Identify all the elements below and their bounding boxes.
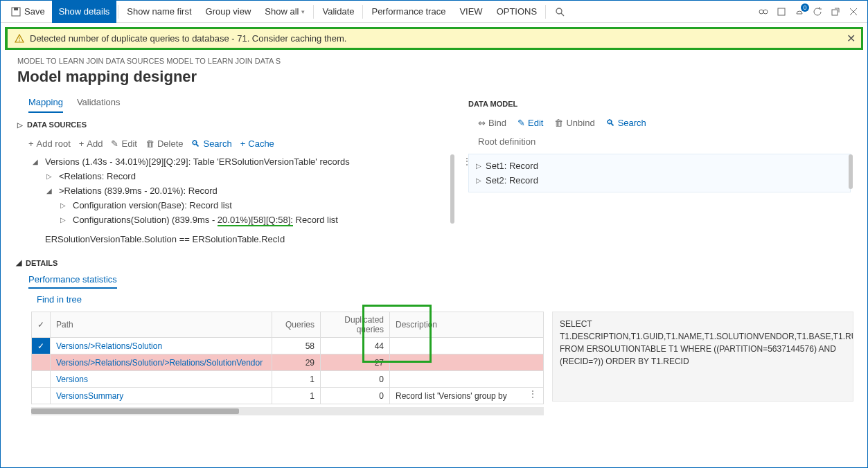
col-queries[interactable]: Queries (272, 312, 321, 338)
show-name-first-button[interactable]: Show name first (120, 1, 198, 23)
cell-path[interactable]: VersionsSummary (51, 388, 272, 404)
dm-search-button[interactable]: 🔍︎Search (606, 118, 646, 128)
view-menu[interactable]: VIEW (452, 1, 489, 23)
table-row[interactable]: Versions/>Relations/Solution/>Relations/… (32, 354, 544, 371)
row-checkbox[interactable] (32, 354, 51, 371)
horizontal-scrollbar[interactable] (31, 407, 544, 415)
checkbox-header[interactable]: ✓ (32, 312, 51, 338)
svg-rect-1 (14, 8, 18, 10)
warning-bar: Detected number of duplicate queries to … (5, 27, 863, 50)
tree-label: Versions (1.43s - 34.01%)[29][Q:29]: Tab… (45, 156, 350, 167)
cell-queries: 1 (272, 388, 321, 404)
dm-tree-label: Set1: Record (486, 161, 538, 171)
collapse-icon: ◢ (16, 258, 21, 267)
tree-row[interactable]: ◢>Relations (839.9ms - 20.01%): Record (33, 183, 449, 198)
delete-button[interactable]: 🗑Delete (145, 138, 184, 149)
cell-path[interactable]: Versions (51, 371, 272, 388)
expand-icon[interactable]: ▷ (476, 177, 481, 184)
add-button[interactable]: +Add (79, 138, 103, 149)
cell-queries: 29 (272, 354, 321, 371)
col-description[interactable]: Description (390, 312, 544, 338)
delete-label: Delete (157, 138, 184, 149)
cell-desc (390, 371, 544, 388)
link-icon[interactable] (758, 6, 769, 17)
edit-button[interactable]: ✎Edit (111, 138, 136, 149)
col-path[interactable]: Path (51, 312, 272, 338)
data-model-tree: ⋮ ▷Set1: Record ▷Set2: Record (468, 154, 851, 192)
search-button[interactable]: 🔍︎Search (191, 138, 231, 149)
warning-close-button[interactable]: ✕ (847, 32, 856, 45)
save-button[interactable]: Save (3, 1, 52, 23)
dm-edit-button[interactable]: ✎Edit (517, 118, 543, 128)
pencil-icon: ✎ (111, 138, 118, 149)
tree-row[interactable]: ▷<Relations: Record (33, 169, 449, 183)
validate-button[interactable]: Validate (315, 1, 361, 23)
pencil-icon: ✎ (517, 118, 525, 128)
office-icon[interactable] (776, 6, 787, 17)
show-all-button[interactable]: Show all▾ (258, 1, 312, 23)
bind-button[interactable]: ⇔Bind (478, 118, 506, 128)
cell-queries: 1 (272, 371, 321, 388)
perf-trace-button[interactable]: Performance trace (364, 1, 452, 23)
more-icon[interactable]: ⋮ (528, 391, 538, 397)
options-menu[interactable]: OPTIONS (490, 1, 544, 23)
table-row[interactable]: Versions 1 0 (32, 371, 544, 388)
tab-mapping[interactable]: Mapping (28, 93, 63, 113)
warning-icon (15, 34, 24, 44)
refresh-icon[interactable] (812, 6, 823, 17)
popout-icon[interactable] (830, 6, 841, 17)
row-checkbox[interactable] (32, 371, 51, 388)
tab-perf-stats[interactable]: Performance statistics (28, 271, 117, 289)
cell-desc (390, 338, 544, 354)
tree-label: <Relations: Record (59, 171, 136, 181)
expand-icon[interactable]: ▷ (46, 172, 55, 180)
table-row[interactable]: ✓ Versions/>Relations/Solution 58 44 (32, 338, 544, 354)
expand-icon[interactable]: ▷ (476, 162, 481, 170)
group-view-label: Group view (206, 6, 251, 17)
details-header[interactable]: ◢ DETAILS (1, 251, 867, 270)
group-view-button[interactable]: Group view (199, 1, 258, 23)
perf-tabs: Performance statistics (1, 270, 867, 287)
root-definition: Root definition (468, 134, 851, 154)
show-details-button[interactable]: Show details (52, 1, 117, 23)
cell-queries: 58 (272, 338, 321, 354)
plus-icon: + (240, 138, 246, 149)
cell-path[interactable]: Versions/>Relations/Solution/>Relations/… (51, 354, 272, 371)
data-model-header: DATA MODEL (468, 93, 851, 115)
toolbar: Save Show details Show name first Group … (1, 1, 867, 23)
expand-icon[interactable]: ▷ (60, 216, 69, 224)
search-toolbar-button[interactable] (547, 1, 572, 23)
collapse-icon[interactable]: ◢ (46, 187, 55, 195)
save-icon (10, 6, 21, 17)
dm-tree-row[interactable]: ▷Set2: Record (476, 173, 843, 188)
tree-row[interactable]: ▷Configurations(Solution) (839.9ms - 20.… (33, 213, 449, 227)
row-checkbox[interactable]: ✓ (32, 338, 51, 354)
dm-tree-label: Set2: Record (486, 175, 538, 186)
table-header-row: ✓ Path Queries Duplicated queries Descri… (32, 312, 544, 338)
add-label: Add (87, 138, 103, 149)
find-in-tree-link[interactable]: Find in tree (1, 287, 867, 312)
tab-validations[interactable]: Validations (77, 93, 121, 113)
close-icon[interactable] (848, 6, 859, 17)
vertical-scrollbar[interactable] (450, 154, 454, 224)
unbind-button[interactable]: 🗑Unbind (554, 118, 594, 128)
cache-button[interactable]: +Cache (240, 138, 274, 149)
row-checkbox[interactable] (32, 388, 51, 404)
vertical-scrollbar[interactable] (849, 154, 853, 189)
expand-icon[interactable]: ▷ (60, 201, 69, 209)
chevron-down-icon: ▾ (301, 8, 305, 15)
col-duplicated[interactable]: Duplicated queries (321, 312, 390, 338)
add-root-button[interactable]: +Add root (28, 138, 71, 149)
drag-handle-icon[interactable]: ⋮ (462, 159, 472, 164)
table-row[interactable]: VersionsSummary 1 0 Record list 'Version… (32, 388, 544, 404)
data-sources-header[interactable]: ▷ DATA SOURCES (12, 114, 454, 136)
cell-dup: 27 (321, 354, 390, 371)
cell-path[interactable]: Versions/>Relations/Solution (51, 338, 272, 354)
tree-row[interactable]: ◢Versions (1.43s - 34.01%)[29][Q:29]: Ta… (33, 154, 449, 169)
dm-tree-row[interactable]: ▷Set1: Record (476, 159, 843, 173)
sql-panel: SELECT T1.DESCRIPTION,T1.GUID,T1.NAME,T1… (552, 312, 853, 402)
tree-row[interactable]: ▷Configuration version(Base): Record lis… (33, 198, 449, 213)
scrollbar-thumb[interactable] (31, 408, 239, 414)
notification-icon[interactable] (794, 6, 805, 17)
collapse-icon[interactable]: ◢ (33, 158, 41, 165)
